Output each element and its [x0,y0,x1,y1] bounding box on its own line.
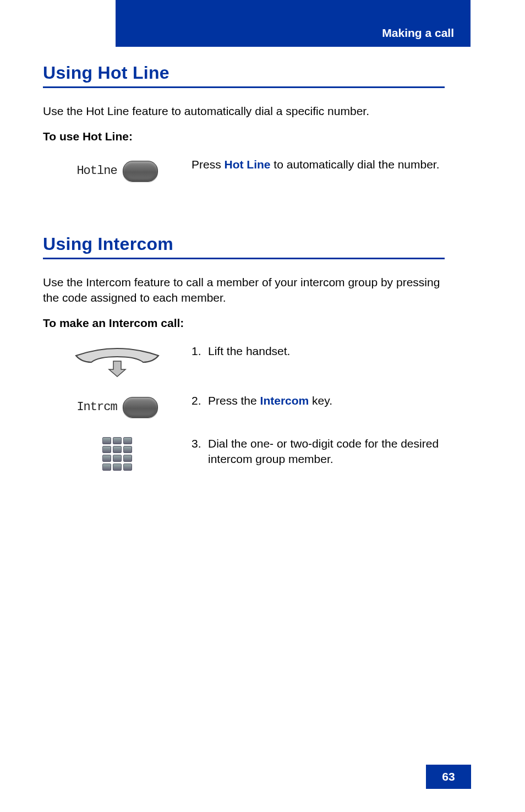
header-bar: Making a call [116,0,471,47]
handset-icon [70,345,164,378]
step1-body: Lift the handset. [208,344,450,359]
hotline-emph: Hot Line [225,158,271,171]
header-title: Making a call [382,26,454,40]
handset-icon-col [43,344,192,378]
intercom-emph: Intercom [260,394,309,407]
content-area: Using Hot Line Use the Hot Line feature … [43,55,450,486]
heading-rule [43,86,445,88]
step3-number: 3. [192,436,207,451]
page-number: 63 [442,770,455,783]
keypad-icon-col [43,436,192,471]
step1-number: 1. [192,344,207,359]
section-heading-intercom: Using Intercom [43,234,450,254]
hotline-step-row: Hotlne Press Hot Line to automatically d… [43,157,450,184]
step3-body: Dial the one- or two-digit code for the … [208,436,450,467]
hotline-subhead: To use Hot Line: [43,129,450,144]
intercom-step3-row: 3. Dial the one- or two-digit code for t… [43,436,450,471]
step2-number: 2. [192,393,207,408]
intercom-step1-text: 1. Lift the handset. [192,344,450,359]
page-number-box: 63 [426,765,471,789]
soft-button-icon [123,161,158,182]
intercom-step1-row: 1. Lift the handset. [43,344,450,378]
intercom-button-col: Intrcm [43,393,192,421]
keypad-icon [102,437,132,471]
hotline-icon-col: Hotlne [43,157,192,184]
soft-button-icon-2 [123,397,158,418]
hotline-intro: Use the Hot Line feature to automaticall… [43,103,450,119]
intercom-subhead: To make an Intercom call: [43,315,450,331]
heading-rule-2 [43,258,445,259]
hotline-button-label: Hotlne [76,164,117,178]
intercom-step2-text: 2. Press the Intercom key. [192,393,450,408]
intercom-intro: Use the Intercom feature to call a membe… [43,275,450,306]
intercom-step2-row: Intrcm 2. Press the Intercom key. [43,393,450,421]
text-pre: Press [192,158,225,171]
text-post: to automatically dial the number. [271,158,440,171]
page: Making a call Using Hot Line Use the Hot… [0,0,525,812]
intercom-step3-text: 3. Dial the one- or two-digit code for t… [192,436,450,467]
step2-pre: Press the [208,394,260,407]
step2-post: key. [309,394,332,407]
hotline-step-text: Press Hot Line to automatically dial the… [192,157,450,172]
intercom-button-label: Intrcm [76,400,117,414]
section-heading-hotline: Using Hot Line [43,63,450,83]
